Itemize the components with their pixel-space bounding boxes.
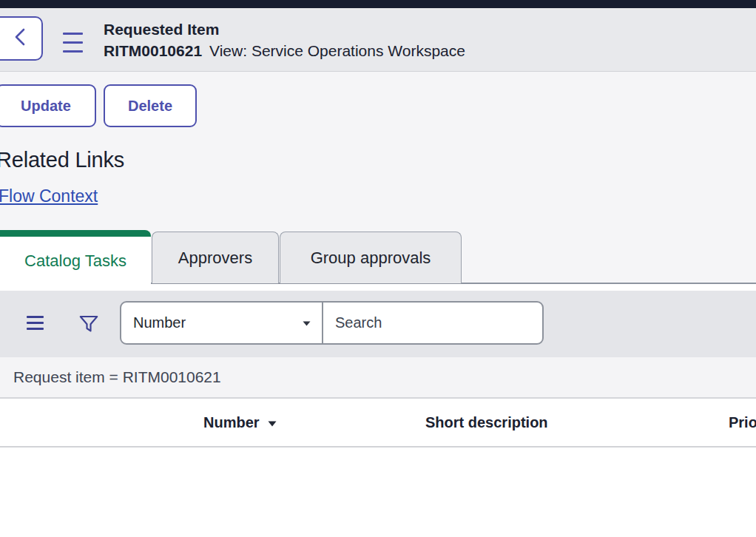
tab-catalog-tasks-label: Catalog Tasks — [0, 237, 151, 286]
record-header: Requested Item RITM0010621 View: Service… — [0, 8, 756, 72]
delete-button[interactable]: Delete — [104, 84, 197, 127]
search-column-select[interactable]: Number — [121, 303, 323, 343]
chevron-left-icon — [13, 27, 28, 50]
filter-breadcrumb[interactable]: Request item = RITM0010621 — [13, 368, 221, 386]
record-number: RITM0010621 — [104, 40, 202, 61]
page-title: Requested Item — [104, 18, 465, 40]
list-search-field — [323, 303, 542, 343]
update-button[interactable]: Update — [0, 84, 96, 127]
flow-context-link[interactable]: Flow Context — [0, 186, 98, 206]
active-tab-indicator — [0, 230, 151, 237]
list-menu-icon[interactable] — [27, 316, 44, 330]
related-links-heading: Related Links — [0, 148, 124, 172]
tab-approvers[interactable]: Approvers — [152, 232, 279, 283]
list-search-input[interactable] — [323, 303, 542, 343]
column-header-short-description-label: Short description — [425, 414, 548, 431]
column-header-number-label: Number — [203, 414, 260, 431]
column-header-short-description[interactable]: Short description — [425, 399, 548, 446]
filter-funnel-icon[interactable] — [78, 313, 100, 338]
column-header-number[interactable]: Number — [203, 399, 277, 446]
column-header-priority[interactable]: Priority — [729, 399, 756, 446]
tab-group-approvals[interactable]: Group approvals — [280, 232, 462, 283]
list-search-combo: Number — [120, 301, 544, 345]
column-header-priority-label: Priority — [729, 414, 756, 431]
filter-breadcrumb-row: Request item = RITM0010621 — [0, 357, 756, 399]
sort-desc-icon — [267, 414, 277, 431]
list-grid-header: Number Short description Priority — [0, 399, 756, 448]
back-button[interactable] — [0, 16, 43, 61]
chevron-down-icon — [302, 317, 311, 330]
record-title-block: Requested Item RITM0010621 View: Service… — [104, 18, 465, 61]
view-label: View: Service Operations Workspace — [209, 40, 465, 61]
top-window-strip — [0, 0, 756, 8]
header-menu-icon[interactable] — [63, 33, 83, 53]
tab-catalog-tasks[interactable]: Catalog Tasks — [0, 230, 151, 291]
search-column-value: Number — [133, 314, 186, 331]
